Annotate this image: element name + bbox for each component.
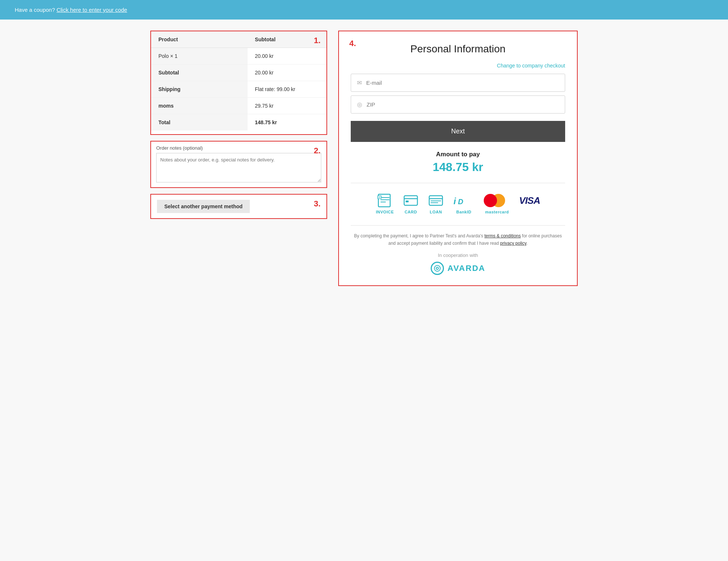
terms-conditions-link[interactable]: terms & conditions — [484, 233, 521, 238]
payment-invoice: INVOICE — [376, 194, 394, 214]
row-label: Subtotal — [151, 65, 248, 81]
bankid-label: BankID — [456, 210, 472, 214]
order-notes-input[interactable] — [156, 153, 321, 182]
payment-visa: VISA VISA — [519, 194, 540, 214]
divider-1 — [351, 183, 565, 183]
email-field-container: ✉ — [351, 74, 565, 92]
terms-text-3: . — [526, 241, 528, 246]
invoice-icon — [377, 194, 393, 208]
order-notes-box: 2. Order notes (optional) — [150, 141, 327, 188]
payment-loan: LOAN — [428, 194, 444, 214]
svg-rect-8 — [406, 201, 409, 202]
location-icon: ◎ — [357, 101, 362, 108]
row-label: moms — [151, 98, 248, 114]
avarda-icon — [431, 262, 444, 275]
coupon-text: Have a coupon? — [15, 7, 55, 13]
mastercard-label: mastercard — [485, 210, 509, 214]
payment-card: CARD — [403, 194, 419, 214]
company-checkout-link[interactable]: Change to company checkout — [497, 63, 565, 69]
table-row: moms 29.75 kr — [151, 98, 326, 114]
card-label: CARD — [405, 210, 417, 214]
amount-label: Amount to pay — [351, 151, 565, 158]
avarda-logo: AVARDA — [351, 262, 565, 275]
visa-icon: VISA — [519, 194, 540, 208]
step3-number: 3. — [314, 199, 321, 209]
terms-text: By completing the payment, I agree to Pa… — [351, 232, 565, 247]
coupon-link[interactable]: Click here to enter your code — [56, 7, 127, 13]
mastercard-icon — [484, 194, 510, 208]
payment-mastercard: mastercard — [484, 194, 510, 214]
row-label: Shipping — [151, 81, 248, 98]
payment-icons-row: INVOICE CARD LOAN — [351, 190, 565, 218]
privacy-policy-link[interactable]: privacy policy — [500, 241, 526, 246]
payment-bankid: i D BankID — [453, 194, 475, 214]
divider-2 — [351, 225, 565, 226]
row-value: 29.75 kr — [248, 98, 326, 114]
amount-value: 148.75 kr — [351, 160, 565, 174]
row-label: Total — [151, 114, 248, 131]
personal-info-title: Personal Information — [351, 42, 565, 55]
zip-input[interactable] — [367, 101, 559, 108]
coupon-banner: Have a coupon? Click here to enter your … — [0, 0, 728, 20]
svg-text:i: i — [454, 196, 456, 206]
bankid-icon: i D — [453, 194, 475, 207]
zip-field-container: ◎ — [351, 95, 565, 114]
order-table: Product Subtotal Polo × 1 20.00 kr Subto… — [151, 31, 326, 130]
avarda-label: AVARDA — [448, 264, 486, 273]
email-icon: ✉ — [357, 79, 362, 86]
amount-section: Amount to pay 148.75 kr — [351, 151, 565, 174]
company-checkout-link-container: Change to company checkout — [351, 62, 565, 69]
loan-icon — [428, 194, 444, 208]
step4-number: 4. — [349, 39, 356, 48]
card-icon — [403, 194, 419, 208]
table-row: Subtotal 20.00 kr — [151, 65, 326, 81]
row-label: Polo × 1 — [151, 48, 248, 65]
loan-label: LOAN — [430, 210, 442, 214]
main-content: 1. Product Subtotal Polo × 1 20.00 kr Su… — [136, 31, 592, 301]
order-notes-label: Order notes (optional) — [156, 145, 321, 151]
table-row: Total 148.75 kr — [151, 114, 326, 131]
payment-method-box: 3. Select another payment method — [150, 194, 327, 219]
right-column: 4. Personal Information Change to compan… — [338, 31, 578, 286]
select-payment-method-button[interactable]: Select another payment method — [157, 200, 250, 213]
row-value: Flat rate: 99.00 kr — [248, 81, 326, 98]
left-column: 1. Product Subtotal Polo × 1 20.00 kr Su… — [150, 31, 327, 286]
next-button[interactable]: Next — [351, 121, 565, 142]
cooperation-text: In cooperation with — [351, 252, 565, 258]
svg-point-15 — [434, 265, 440, 271]
row-value: 148.75 kr — [248, 114, 326, 131]
svg-text:D: D — [458, 198, 463, 206]
terms-text-1: By completing the payment, I agree to Pa… — [354, 233, 483, 238]
order-summary-box: 1. Product Subtotal Polo × 1 20.00 kr Su… — [150, 31, 327, 135]
table-row: Polo × 1 20.00 kr — [151, 48, 326, 65]
step1-number: 1. — [314, 36, 321, 45]
email-input[interactable] — [366, 80, 559, 86]
table-row: Shipping Flat rate: 99.00 kr — [151, 81, 326, 98]
row-value: 20.00 kr — [248, 65, 326, 81]
step2-number: 2. — [314, 146, 321, 156]
svg-point-16 — [436, 267, 438, 269]
invoice-label: INVOICE — [376, 210, 394, 214]
col-product: Product — [151, 31, 248, 48]
row-value: 20.00 kr — [248, 48, 326, 65]
